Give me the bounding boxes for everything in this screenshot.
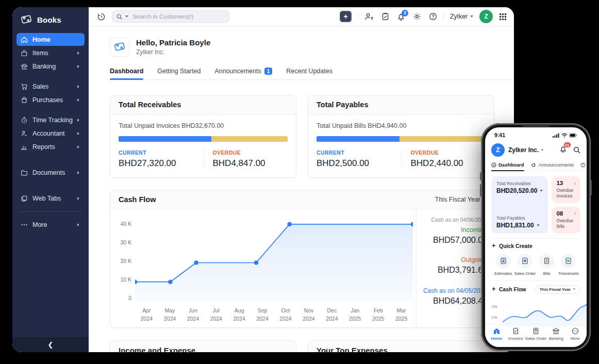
sidebar-item-sales[interactable]: Sales <box>16 80 85 93</box>
collapse-chevron-icon: ❮ <box>48 341 54 349</box>
cart-icon <box>21 83 28 90</box>
phone-mockup: 9:41 Z Zylker Inc. 01 <box>481 123 591 351</box>
phone-tab-help: Help <box>580 162 587 171</box>
phone-bell-icon: 01 <box>559 145 567 155</box>
app-title: Books <box>37 15 61 24</box>
incoming-value: BHD57,000.00 <box>421 236 487 245</box>
apps-grid-icon[interactable] <box>499 13 507 21</box>
phone-summary-cards: Total Receivables BHD20,520.00 Total Pay… <box>485 171 587 238</box>
total-payables-card: Total Payables Total Unpaid Bills BHD4,9… <box>308 95 494 178</box>
phone-header: Z Zylker Inc. 01 <box>485 139 587 160</box>
overdue-value: BHD4,847.00 <box>213 158 288 169</box>
phone-payables-label: Total Payables <box>496 216 543 221</box>
sidebar-item-web-tabs[interactable]: Web Tabs <box>16 192 85 205</box>
search-scope-caret-icon[interactable] <box>125 15 128 18</box>
income-expense-card: Income and Expense <box>110 340 296 353</box>
app-logo: Books <box>12 7 89 31</box>
payables-summary: Total Unpaid Bills BHD4,940.00 <box>317 122 486 129</box>
quick-create-button[interactable]: + <box>340 11 352 22</box>
phone-volume-button <box>480 172 481 180</box>
phone-org-selector: Zylker Inc. <box>508 146 544 154</box>
chevron-right-icon: › <box>574 210 576 216</box>
phone-receivables-label: Total Receivables <box>496 181 543 186</box>
recent-history-icon[interactable] <box>97 12 106 21</box>
help-icon[interactable] <box>429 12 437 21</box>
status-time: 9:41 <box>494 132 505 138</box>
phone-volume-button <box>480 184 481 196</box>
estimates-doc-icon <box>500 257 507 264</box>
tab-recent-updates[interactable]: Recent Updates <box>286 68 332 79</box>
books-badge-icon <box>110 37 129 57</box>
quick-create-sales-order: Sales Order <box>514 254 536 276</box>
notifications-bell-icon[interactable]: 3 <box>397 12 405 21</box>
sidebar-item-documents[interactable]: Documents <box>16 166 85 179</box>
phone-tab-announcements: Announcements <box>531 162 574 171</box>
sidebar-item-time-tracking[interactable]: Time Tracking <box>16 113 85 126</box>
referral-users-icon[interactable] <box>364 12 374 21</box>
global-search[interactable] <box>112 10 229 23</box>
chevron-right-icon <box>77 98 79 102</box>
greeting-title: Hello, Patricia Boyle <box>136 38 210 47</box>
sidebar-item-accountant[interactable]: Accountant <box>16 127 85 140</box>
bills-doc-icon <box>543 257 550 264</box>
sidebar-item-label: Time Tracking <box>32 117 73 124</box>
total-receivables-card: Total Receivables Total Unpaid Invoices … <box>110 95 296 178</box>
chevron-down-icon <box>537 224 539 226</box>
user-avatar[interactable]: Z <box>479 10 493 23</box>
search-input[interactable] <box>131 13 225 20</box>
screenshot-canvas: Books Home Items Banking <box>0 0 599 364</box>
chevron-right-icon <box>77 171 79 174</box>
phone-overdue-invoices-card: 13 › Overdue Invoices <box>552 176 580 203</box>
notification-badge: 3 <box>402 10 408 16</box>
megaphone-icon <box>531 162 537 168</box>
org-selector[interactable]: Zylker <box>450 13 473 20</box>
search-icon <box>117 13 122 20</box>
phone-power-button <box>590 180 592 195</box>
sidebar-item-banking[interactable]: Banking <box>16 60 85 73</box>
sidebar-item-label: Documents <box>32 169 73 176</box>
topbar: + 3 <box>89 7 514 26</box>
chevron-right-icon <box>77 132 79 135</box>
sidebar-item-label: Web Tabs <box>32 195 73 202</box>
card-title: Total Payables <box>308 95 494 114</box>
sidebar-item-reports[interactable]: Reports <box>16 140 85 153</box>
fiscal-year-dropdown[interactable]: This Fiscal Year <box>435 196 486 203</box>
closing-balance-link[interactable]: Cash as on 04/05/2025 <box>421 287 487 294</box>
sidebar-nav: Home Items Banking Sales <box>12 31 89 231</box>
sidebar-item-home[interactable]: Home <box>16 33 85 46</box>
settings-gear-icon[interactable] <box>413 12 421 21</box>
folder-icon <box>21 169 28 176</box>
phone-overdue-bills-card: 08 › Overdue Bills <box>552 207 580 234</box>
sidebar-item-label: Sales <box>32 83 73 90</box>
x-axis-labels: Apr 2024May 2024 Jun 2024Jul 2024 Aug 20… <box>135 307 413 323</box>
tab-announcements[interactable]: Announcements 1 <box>214 68 272 79</box>
tab-dashboard[interactable]: Dashboard <box>110 68 143 79</box>
closing-balance-value: BHD64,208.40 <box>421 296 487 306</box>
tab-getting-started[interactable]: Getting Started <box>157 68 201 79</box>
phone-quick-create: Quick Create Estimates Sales Order Bills <box>485 239 587 280</box>
sidebar-item-more[interactable]: More <box>16 218 85 231</box>
battery-icon <box>569 133 577 138</box>
sidebar-item-purchases[interactable]: Purchases <box>16 93 85 106</box>
y-axis-labels: 40 K 30 K 20 K 10 K 0 <box>117 217 135 301</box>
greeting-block: Hello, Patricia Boyle Zylker Inc. <box>110 37 495 57</box>
home-icon <box>21 36 28 43</box>
sidebar-collapse-button[interactable]: ❮ <box>12 337 89 352</box>
tasks-clipboard-icon[interactable] <box>381 12 389 21</box>
quick-create-bills: Bills <box>536 254 558 276</box>
sidebar-item-items[interactable]: Items <box>16 46 85 59</box>
bank-icon <box>21 63 28 70</box>
accountant-icon <box>21 130 28 137</box>
outgoing-value: BHD3,791.60 <box>421 266 487 275</box>
help-icon <box>580 162 586 168</box>
overdue-invoices-count: 13 <box>556 180 563 186</box>
sidebar-item-label: Accountant <box>32 130 73 137</box>
chevron-right-icon <box>77 223 79 226</box>
card-title: Your Top Expenses <box>308 341 494 353</box>
current-label: CURRENT <box>317 150 392 156</box>
mini-line-chart <box>503 297 587 327</box>
phone-search-icon <box>573 146 580 154</box>
quick-create-title: Quick Create <box>499 243 533 249</box>
signal-icon <box>553 133 560 138</box>
chevron-down-icon <box>540 190 543 191</box>
